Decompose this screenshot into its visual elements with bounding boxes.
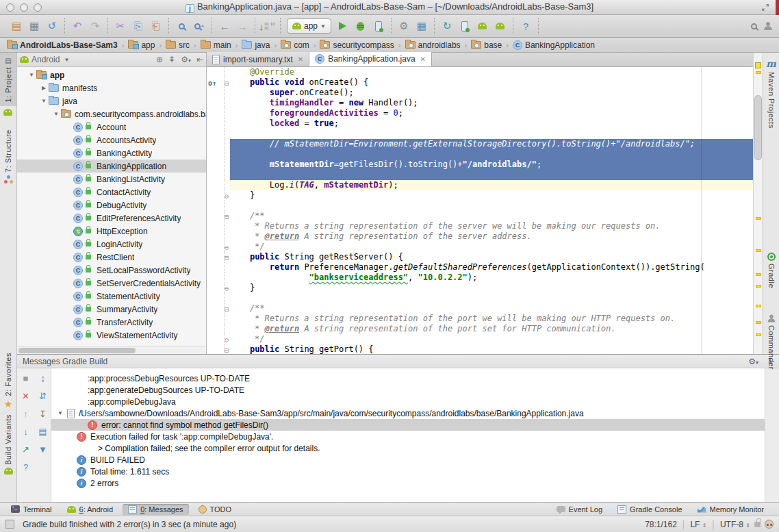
project-view-selector[interactable]: Android xyxy=(31,55,60,64)
toolwindow-button-messages[interactable]: 0: Messages xyxy=(123,504,188,515)
editor-tab-import-summary.txt[interactable]: import-summary.txt✕ xyxy=(207,52,309,66)
code-line[interactable]: timingHandler = new Handler(); xyxy=(207,98,753,108)
caret-position[interactable]: 78:1/162 xyxy=(645,520,677,529)
warning-stripe-mark[interactable] xyxy=(756,285,761,288)
message-row[interactable]: > Compilation failed; see the compiler e… xyxy=(51,442,765,454)
fold-close-icon[interactable]: ⊖ xyxy=(225,191,229,201)
warning-stripe-mark[interactable] xyxy=(756,333,761,336)
message-row[interactable]: ▼/Users/sambowne/Downloads/AndroidLabs-B… xyxy=(51,407,765,419)
search-everywhere-icon[interactable] xyxy=(751,23,757,29)
code-line[interactable]: ⊟ /** xyxy=(207,303,753,314)
code-area[interactable]: @Overrideo↑⊟ public void onCreate() { su… xyxy=(207,67,753,354)
code-line[interactable]: * @return A string representation of the… xyxy=(207,231,753,242)
code-line[interactable]: o↑⊟ public void onCreate() { xyxy=(207,77,753,88)
fold-open-icon[interactable]: ⊟ xyxy=(225,345,229,354)
editor-scrollbar-thumb[interactable] xyxy=(754,95,762,160)
tree-item-debugactivity[interactable]: CDebugActivity xyxy=(17,199,206,212)
message-row[interactable]: :app:processDebugResources UP-TO-DATE xyxy=(51,372,765,384)
tree-item-app[interactable]: ▼app xyxy=(17,68,206,81)
expand-all-icon[interactable]: ↨ xyxy=(34,372,51,384)
fold-close-icon[interactable]: ⊖ xyxy=(225,335,229,345)
code-line[interactable]: mStatementDir=getFilesDir().toString()+"… xyxy=(207,160,753,170)
fold-close-icon[interactable]: ⊖ xyxy=(225,283,229,294)
tree-item-com.securitycompass.androidlabs.base[interactable]: ▼com.securitycompass.androidlabs.base xyxy=(17,107,206,121)
code-line[interactable] xyxy=(207,149,753,160)
breadcrumb-item-base[interactable]: base xyxy=(470,40,503,50)
sidebar-tab-structure[interactable]: 7: Structure xyxy=(0,129,16,183)
code-line[interactable] xyxy=(207,201,753,211)
rerun-icon[interactable]: ■ xyxy=(17,372,34,384)
tree-expand-arrow[interactable]: ▼ xyxy=(58,410,63,416)
console-view-icon[interactable]: ▤ xyxy=(34,426,51,438)
tree-item-viewstatementactivity[interactable]: CViewStatementActivity xyxy=(17,329,206,342)
undo-icon[interactable]: ↶ xyxy=(68,18,86,34)
code-line[interactable]: ⊖ */ xyxy=(207,334,753,344)
fold-open-icon[interactable]: ⊟ xyxy=(225,212,229,222)
breadcrumb-item-androidlabs-base-sam3[interactable]: AndroidLabs-Base-Sam3 xyxy=(5,40,119,50)
sidebar-tab-commander[interactable]: Commander xyxy=(763,314,779,370)
toolwindow-button-gradleconsole[interactable]: Gradle Console xyxy=(612,504,687,515)
sidebar-tab-favorites[interactable]: 2: Favorites ★ xyxy=(0,353,16,409)
code-line[interactable]: ⊖ } xyxy=(207,283,753,293)
breadcrumb-item-androidlabs[interactable]: androidlabs xyxy=(404,40,462,50)
android-monitor-icon[interactable] xyxy=(3,109,12,116)
sidebar-tab-build-variants[interactable]: Build Variants xyxy=(0,414,16,474)
fold-open-icon[interactable]: ⊟ xyxy=(225,253,229,263)
message-row[interactable]: i2 errors xyxy=(51,477,765,489)
run-device-icon[interactable] xyxy=(456,18,474,34)
code-line[interactable]: * @return A string representation of the… xyxy=(207,324,753,334)
breadcrumb-item-src[interactable]: src xyxy=(164,40,191,50)
breadcrumb-item-main[interactable]: main xyxy=(199,40,233,50)
title-bar[interactable]: jBankingApplication.java – [app] – Andro… xyxy=(0,0,779,15)
project-structure-icon[interactable]: ▦ xyxy=(413,18,431,34)
warning-stripe-mark[interactable] xyxy=(756,321,761,324)
code-line[interactable]: return PreferenceManager.getDefaultShare… xyxy=(207,262,753,273)
tree-item-contactactivity[interactable]: CContactActivity xyxy=(17,186,206,199)
tree-item-bankingapplication[interactable]: CBankingApplication xyxy=(17,160,206,173)
code-line[interactable] xyxy=(207,170,753,180)
message-row[interactable]: :app:generateDebugSources UP-TO-DATE xyxy=(51,384,765,396)
save-icon[interactable]: ▦ xyxy=(25,18,43,34)
code-line[interactable]: ⊟ public String getRestServer() { xyxy=(207,252,753,262)
sync-icon[interactable]: ↺ xyxy=(43,18,61,34)
fold-open-icon[interactable]: ⊟ xyxy=(225,304,229,314)
tree-item-bankingactivity[interactable]: CBankingActivity xyxy=(17,147,206,160)
debug-icon[interactable] xyxy=(352,18,370,34)
warning-stripe-mark[interactable] xyxy=(756,249,761,252)
help-icon[interactable]: ? xyxy=(17,461,34,473)
sdk-manager-icon[interactable] xyxy=(491,18,509,34)
line-ending-selector[interactable]: LF ⇕ xyxy=(690,520,706,529)
breadcrumb-item-com[interactable]: com xyxy=(279,40,311,50)
locate-icon[interactable]: ⊕ xyxy=(156,55,163,64)
warning-stripe-mark[interactable] xyxy=(756,217,761,220)
tree-item-restclient[interactable]: CRestClient xyxy=(17,251,206,264)
sidebar-tab-project[interactable]: ▤ 1: Project xyxy=(0,53,16,106)
open-file-icon[interactable]: ↗ xyxy=(17,444,34,455)
breadcrumb-item-app[interactable]: app xyxy=(127,40,156,50)
tree-item-transferactivity[interactable]: CTransferActivity xyxy=(17,316,206,329)
code-line[interactable]: // mStatementDir=Environment.getExternal… xyxy=(207,139,753,149)
find-icon[interactable] xyxy=(173,18,190,34)
tree-item-editpreferencesactivity[interactable]: CEditPreferencesActivity xyxy=(17,212,206,225)
message-row[interactable]: :app:compileDebugJava xyxy=(51,396,765,407)
code-line[interactable]: @Override xyxy=(207,67,753,77)
sort-lines-icon[interactable]: ↓01 10 01 xyxy=(259,18,277,34)
tree-item-accountsactivity[interactable]: CAccountsActivity xyxy=(17,134,206,147)
close-tab-icon[interactable]: ✕ xyxy=(420,55,426,63)
highlighting-level-icon[interactable] xyxy=(765,520,774,529)
back-icon[interactable]: ← xyxy=(216,18,233,34)
prev-message-icon[interactable]: ↑ xyxy=(17,408,34,420)
collapse-all-icon[interactable]: ⇞ xyxy=(168,55,175,64)
gear-icon[interactable]: ⚙▾ xyxy=(748,357,758,366)
tree-item-manifests[interactable]: ▶manifests xyxy=(17,81,206,94)
breadcrumb-item-bankingapplication[interactable]: CBankingApplication xyxy=(511,40,596,50)
collapse-all-icon[interactable]: ⇵ xyxy=(34,390,51,402)
close-icon[interactable]: ✕ xyxy=(17,390,34,402)
redo-icon[interactable]: ↷ xyxy=(86,18,104,34)
filter-icon[interactable]: ▼ xyxy=(34,444,51,455)
code-line[interactable]: * Returns a string representation of the… xyxy=(207,221,753,231)
code-line[interactable]: ⊖ } xyxy=(207,190,753,201)
tree-item-java[interactable]: ▼java xyxy=(17,94,206,107)
close-tab-icon[interactable]: ✕ xyxy=(298,55,303,63)
cut-icon[interactable]: ✂ xyxy=(112,18,129,34)
